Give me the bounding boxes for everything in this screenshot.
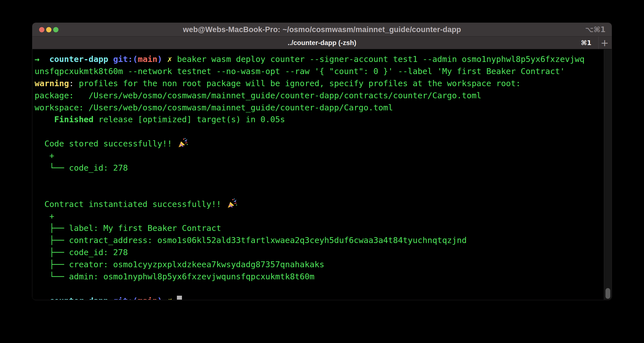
terminal-window: web@Webs-MacBook-Pro: ~/osmo/cosmwasm/ma… <box>32 23 612 300</box>
party-popper-icon <box>227 198 237 209</box>
terminal-line <box>35 283 602 295</box>
terminal-line: + <box>35 150 602 162</box>
terminal-line: Contract instantiated successfully!! <box>35 198 602 210</box>
terminal-line: + <box>35 210 602 222</box>
scrollbar-track[interactable] <box>604 50 612 300</box>
terminal-line: ├── contract_address: osmo1s06kl52ald33t… <box>35 234 602 246</box>
traffic-lights <box>39 23 58 36</box>
minimize-button[interactable] <box>46 27 51 32</box>
tab-counter-dapp[interactable]: ../counter-dapp (-zsh) <box>288 39 356 47</box>
window-titlebar[interactable]: web@Webs-MacBook-Pro: ~/osmo/cosmwasm/ma… <box>32 23 612 37</box>
terminal-line: package: /Users/web/osmo/cosmwasm/mainne… <box>35 90 602 102</box>
terminal-cursor <box>177 296 182 300</box>
terminal-line: → counter-dapp git:(main) ✗ <box>35 295 602 300</box>
terminal-line: ├── code_id: 278 <box>35 246 602 259</box>
close-button[interactable] <box>39 27 44 32</box>
terminal-line: → counter-dapp git:(main) ✗ beaker wasm … <box>35 53 602 65</box>
tabbar-divider <box>598 37 599 49</box>
desktop-background: web@Webs-MacBook-Pro: ~/osmo/cosmwasm/ma… <box>0 0 644 343</box>
terminal-line: warning: profiles for the non root packa… <box>35 77 602 90</box>
terminal-line: └── admin: osmo1nyphwl8p5yx6fxzevjwqunsf… <box>35 271 602 283</box>
window-title: web@Webs-MacBook-Pro: ~/osmo/cosmwasm/ma… <box>183 25 461 34</box>
scrollbar-thumb[interactable] <box>605 288 610 299</box>
terminal-line: ├── creator: osmo1cyyzpxplxdzkeea7kwsyda… <box>35 259 602 271</box>
terminal-line: Finished release [optimized] target(s) i… <box>35 113 602 126</box>
terminal-line <box>35 174 602 186</box>
terminal-line: workspace: /Users/web/osmo/cosmwasm/main… <box>35 102 602 114</box>
terminal-line: Code stored successfully!! <box>35 138 602 150</box>
terminal-line: ├── label: My first Beaker Contract <box>35 222 602 234</box>
window-shortcut-hint: ⌥⌘1 <box>585 25 605 34</box>
terminal-line <box>35 126 602 138</box>
terminal-line: └── code_id: 278 <box>35 162 602 174</box>
new-tab-button[interactable]: + <box>599 37 610 49</box>
tab-shortcut-hint: ⌘1 <box>581 39 591 46</box>
tab-bar: ../counter-dapp (-zsh) ⌘1 + <box>32 37 612 50</box>
zoom-button[interactable] <box>53 27 58 32</box>
party-popper-icon <box>177 138 188 148</box>
terminal-line <box>35 186 602 198</box>
terminal-output[interactable]: → counter-dapp git:(main) ✗ beaker wasm … <box>32 50 612 300</box>
terminal-line: unsfqpcxukmtk8t60m --network testnet --n… <box>35 65 602 77</box>
